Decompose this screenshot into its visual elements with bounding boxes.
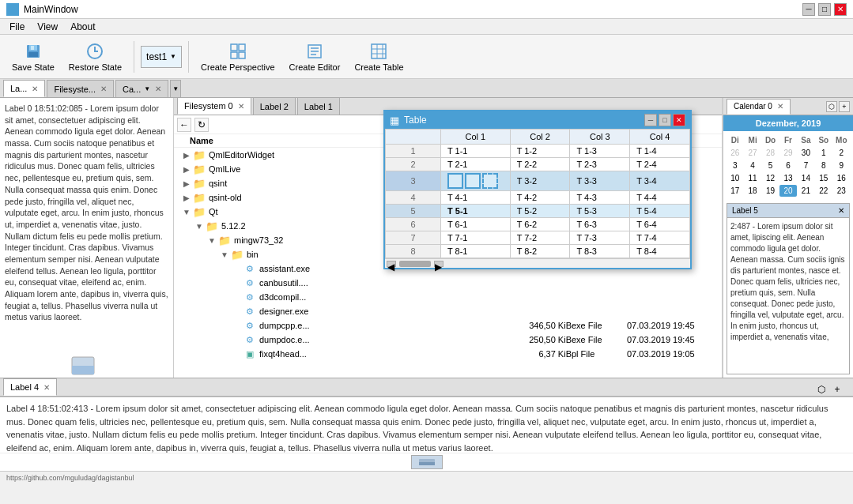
list-item[interactable]: ⚙ d3dcompil... [174, 290, 722, 304]
col1-header[interactable]: Col 1 [441, 130, 511, 145]
table-row[interactable]: 2 T 2-1 T 2-2 T 2-3 T 2-4 [386, 158, 690, 171]
tab-filesystem-0[interactable]: Filesystem 0 ✕ [177, 98, 251, 115]
save-state-button[interactable]: Save State [6, 38, 60, 76]
table-row[interactable]: 3 T 3-2 T 3-3 T 3-4 [386, 171, 690, 191]
toggle-icon[interactable]: ▼ [206, 234, 218, 246]
table-row[interactable]: 7 T 7-1 T 7-2 T 7-3 T 7-4 [386, 231, 690, 245]
tab-label0-close[interactable]: ✕ [32, 85, 38, 93]
bottom-tab-close[interactable]: ✕ [43, 383, 50, 392]
calendar-tab[interactable]: Calendar 0 ✕ [727, 99, 791, 115]
cal-day[interactable]: 15 [815, 172, 832, 184]
cal-day[interactable]: 30 [798, 147, 814, 159]
cal-day[interactable]: 5 [762, 160, 779, 171]
scroll-right-btn[interactable]: ▶ [434, 261, 443, 267]
table-window-minimize[interactable]: ─ [644, 114, 657, 126]
tab-filesystem[interactable]: Filesyste... ✕ [47, 80, 114, 97]
table-window-title-bar[interactable]: ▦ Table ─ □ ✕ [385, 111, 690, 129]
cal-day-today[interactable]: 20 [779, 185, 796, 197]
toggle-icon[interactable]: ▼ [218, 248, 231, 261]
cal-day[interactable]: 16 [833, 172, 850, 184]
fs-refresh-button[interactable]: ↻ [194, 118, 209, 132]
label5-close[interactable]: ✕ [838, 206, 844, 215]
menu-view[interactable]: View [31, 20, 64, 34]
table-row[interactable]: 8 T 8-1 T 8-2 T 8-3 T 8-4 [386, 245, 690, 258]
drag-handle[interactable] [482, 173, 498, 189]
cal-day[interactable]: 23 [833, 185, 850, 197]
tab-ca[interactable]: Ca... ▼ ✕ [115, 80, 168, 97]
cal-day[interactable]: 9 [833, 160, 850, 171]
bottom-expand-btn[interactable]: + [831, 383, 844, 396]
restore-state-button[interactable]: Restore State [63, 38, 127, 76]
toggle-icon[interactable]: ▶ [180, 149, 193, 161]
fs-tab-close[interactable]: ✕ [238, 102, 244, 111]
menu-file[interactable]: File [3, 20, 31, 34]
close-button[interactable]: ✕ [834, 3, 847, 16]
cal-day[interactable]: 1 [815, 147, 832, 159]
cal-day[interactable]: 26 [727, 147, 743, 159]
table-h-scrollbar[interactable]: ◀ ▶ [385, 258, 690, 268]
cal-day[interactable]: 3 [727, 160, 743, 171]
cal-day[interactable]: 8 [815, 160, 832, 171]
bottom-detach-btn[interactable]: ⬡ [815, 383, 828, 396]
create-table-button[interactable]: Create Table [349, 38, 409, 76]
col3-header[interactable]: Col 3 [570, 130, 630, 145]
table-row[interactable]: 4 T 4-1 T 4-2 T 4-3 T 4-4 [386, 191, 690, 205]
cal-day[interactable]: 13 [779, 172, 796, 184]
drag-handle[interactable] [465, 173, 481, 189]
tab-label2[interactable]: Label 2 [253, 98, 296, 115]
cal-day[interactable]: 18 [744, 185, 761, 197]
table-window-maximize[interactable]: □ [659, 114, 671, 126]
toggle-icon[interactable]: ▶ [180, 177, 193, 190]
cal-day[interactable]: 2 [833, 147, 850, 159]
toggle-icon[interactable]: ▶ [180, 191, 193, 204]
tab-ca-close[interactable]: ✕ [155, 85, 161, 93]
col2-header[interactable]: Col 2 [510, 130, 570, 145]
cal-day[interactable]: 17 [727, 185, 743, 197]
list-item[interactable]: ▣ fixqt4head... 6,37 KiB pl File 07.03.2… [174, 347, 722, 361]
calendar-detach-btn[interactable]: ⬡ [826, 101, 837, 112]
fs-back-button[interactable]: ← [177, 118, 191, 132]
cal-day[interactable]: 29 [779, 147, 796, 159]
drag-handle[interactable] [447, 173, 463, 189]
table-window-close[interactable]: ✕ [673, 114, 685, 126]
cal-day[interactable]: 10 [727, 172, 743, 184]
cal-day[interactable]: 11 [744, 172, 761, 184]
table-row[interactable]: 5 T 5-1 T 5-2 T 5-3 T 5-4 [386, 205, 690, 218]
cal-day[interactable]: 14 [798, 172, 814, 184]
bottom-tab-label4[interactable]: Label 4 ✕ [3, 378, 57, 396]
table-row[interactable]: 6 T 6-1 T 6-2 T 6-3 T 6-4 [386, 218, 690, 231]
tab-label0[interactable]: La... ✕ [3, 80, 45, 97]
toggle-icon[interactable]: ▼ [180, 205, 193, 218]
cal-day[interactable]: 6 [779, 160, 796, 171]
cal-day[interactable]: 12 [762, 172, 779, 184]
col4-header[interactable]: Col 4 [630, 130, 690, 145]
cal-day[interactable]: 27 [744, 147, 761, 159]
cal-day[interactable]: 4 [744, 160, 761, 171]
cal-day[interactable]: 22 [815, 185, 832, 197]
calendar-expand-btn[interactable]: + [839, 101, 850, 112]
h-scroll-thumb[interactable] [399, 261, 431, 267]
tab-ca-dropdown[interactable]: ▼ [144, 85, 150, 92]
create-editor-button[interactable]: Create Editor [284, 38, 346, 76]
state-dropdown[interactable]: test1 ▼ [141, 46, 182, 68]
cal-day[interactable]: 7 [798, 160, 814, 171]
cal-day[interactable]: 21 [798, 185, 814, 197]
calendar-tab-close[interactable]: ✕ [777, 102, 783, 111]
cal-day[interactable]: 19 [762, 185, 779, 197]
list-item[interactable]: ⚙ designer.exe [174, 304, 722, 318]
list-item[interactable]: ⚙ dumpcpp.e... 346,50 KiB exe File 07.03… [174, 318, 722, 333]
menu-about[interactable]: About [64, 20, 101, 34]
cal-day[interactable]: 28 [762, 147, 779, 159]
tab-overflow-button[interactable]: ▼ [170, 80, 181, 97]
bottom-scroll-btn[interactable] [411, 455, 443, 469]
create-perspective-button[interactable]: Create Perspective [195, 38, 281, 76]
maximize-button[interactable]: □ [818, 3, 831, 16]
toggle-icon[interactable]: ▼ [193, 220, 206, 232]
tab-filesystem-close[interactable]: ✕ [100, 85, 107, 93]
scroll-left-btn[interactable]: ◀ [387, 261, 396, 267]
tab-label1[interactable]: Label 1 [297, 98, 340, 115]
list-item[interactable]: ⚙ canbusutil.... [174, 276, 722, 290]
toggle-icon[interactable]: ▶ [180, 163, 193, 175]
table-row[interactable]: 1 T 1-1 T 1-2 T 1-3 T 1-4 [386, 145, 690, 158]
minimize-button[interactable]: ─ [802, 3, 815, 16]
